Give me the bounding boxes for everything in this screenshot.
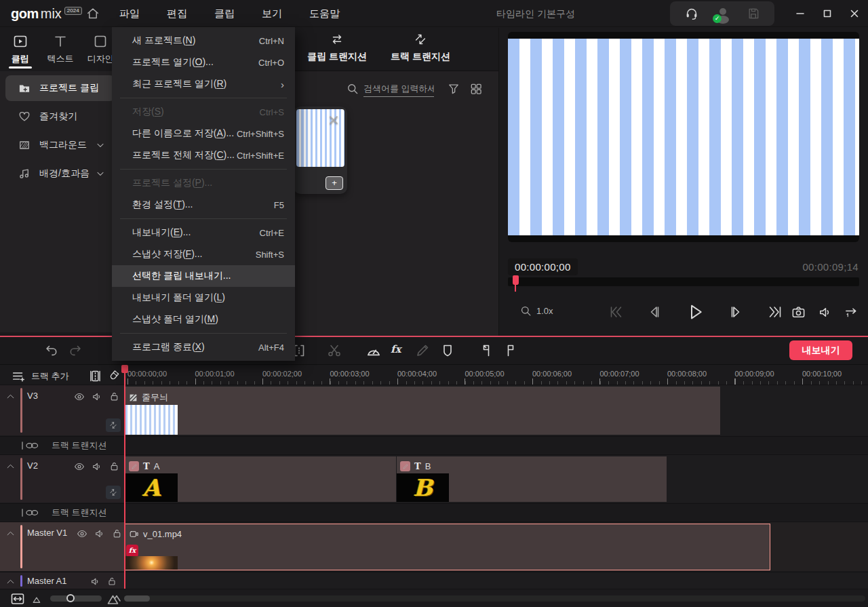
visibility-icon[interactable] xyxy=(73,461,85,473)
chevron-down-icon[interactable] xyxy=(95,140,106,151)
add-clip-button[interactable]: + xyxy=(326,176,343,190)
file-menu-item-12[interactable]: 스냅샷 폴더 열기(M) xyxy=(112,309,295,330)
menu-view[interactable]: 보기 xyxy=(258,5,286,23)
save-quick-button[interactable] xyxy=(747,7,760,20)
undo-icon[interactable] xyxy=(43,342,60,359)
grid-view-icon[interactable] xyxy=(469,82,483,96)
track-volume-icon[interactable] xyxy=(91,461,103,473)
skip-start-icon[interactable] xyxy=(608,304,624,320)
preview-video[interactable] xyxy=(508,32,859,242)
track-volume-icon[interactable] xyxy=(94,528,106,540)
file-menu-item-10[interactable]: 선택한 클립 내보내기... xyxy=(112,265,295,287)
file-menu-item-13[interactable]: 프로그램 종료(X)Alt+F4 xyxy=(112,336,295,358)
track-transition-row[interactable]: 트랙 트랜지션 xyxy=(0,436,868,454)
file-menu-item-1[interactable]: 프로젝트 열기(O)...Ctrl+O xyxy=(112,52,295,73)
pencil-icon[interactable] xyxy=(414,342,431,359)
tab-clip-transition[interactable]: 클립 트랜지션 xyxy=(307,32,367,63)
account-button[interactable]: ✓ xyxy=(715,5,731,22)
file-menu-item-5[interactable]: 프로젝트 전체 저장(C)...Ctrl+Shift+E xyxy=(112,144,295,166)
preview-zoom-icon[interactable] xyxy=(519,305,532,317)
visibility-icon[interactable] xyxy=(73,391,85,403)
clip-text-b[interactable]: T B B xyxy=(397,456,667,502)
seek-bar[interactable] xyxy=(508,277,859,286)
remove-clip-icon[interactable] xyxy=(328,115,339,125)
track-master-a1-body[interactable] xyxy=(125,572,868,589)
visibility-icon[interactable] xyxy=(76,528,88,540)
filter-icon[interactable] xyxy=(447,82,460,96)
file-menu-item-9[interactable]: 스냅샷 저장(F)...Shift+S xyxy=(112,243,295,265)
home-button[interactable] xyxy=(85,6,100,21)
volume-icon[interactable] xyxy=(817,305,833,320)
file-menu-item-4[interactable]: 다른 이름으로 저장(A)...Ctrl+Shift+S xyxy=(112,123,295,144)
seek-playhead[interactable] xyxy=(513,275,519,285)
collapse-icon[interactable] xyxy=(5,391,16,402)
timeline-zoom-knob[interactable] xyxy=(66,594,75,602)
clip-stripe[interactable]: 줄무늬 xyxy=(125,387,720,435)
timeline-hscroll-thumb[interactable] xyxy=(124,595,150,602)
add-track-icon[interactable] xyxy=(11,369,26,384)
magnet-snap-icon[interactable] xyxy=(106,369,121,383)
flag-right-icon[interactable] xyxy=(502,342,519,359)
track-transition-badge[interactable] xyxy=(106,486,121,499)
sidebar-item-project-clips[interactable]: 프로젝트 클립 xyxy=(5,75,115,101)
file-menu-item-0[interactable]: 새 프로젝트(N)Ctrl+N xyxy=(112,30,295,52)
menu-clip[interactable]: 클립 xyxy=(210,5,239,23)
track-master-v1-body[interactable]: v_01.mp4 fx xyxy=(125,522,868,571)
timeline-zoom-slider[interactable] xyxy=(50,595,102,602)
tab-track-transition[interactable]: 트랙 트랜지션 xyxy=(391,32,450,63)
file-menu-item-11[interactable]: 내보내기 폴더 열기(L) xyxy=(112,287,295,309)
add-track-label[interactable]: 트랙 추가 xyxy=(31,370,69,383)
speed-icon[interactable] xyxy=(365,342,382,360)
collapse-icon[interactable] xyxy=(5,576,16,587)
redo-icon[interactable] xyxy=(67,342,83,359)
cut-icon[interactable] xyxy=(326,342,342,359)
snapshot-icon[interactable] xyxy=(791,305,806,320)
menu-help[interactable]: 도움말 xyxy=(305,5,344,23)
support-button[interactable] xyxy=(684,6,699,21)
search-input[interactable] xyxy=(363,82,434,97)
sidebar-item-backgrounds[interactable]: 백그라운드 xyxy=(5,132,115,158)
fx-tool-icon[interactable]: fx xyxy=(391,343,401,355)
trim-tool-icon[interactable] xyxy=(88,369,102,383)
menu-edit[interactable]: 편집 xyxy=(163,5,191,23)
next-frame-icon[interactable] xyxy=(728,304,744,320)
close-button[interactable] xyxy=(841,0,868,27)
unlock-icon[interactable] xyxy=(108,391,120,402)
prev-frame-icon[interactable] xyxy=(646,304,663,320)
jump-frame-icon[interactable] xyxy=(844,305,859,320)
tab-text[interactable]: 텍스트 xyxy=(40,28,80,71)
unlock-icon[interactable] xyxy=(111,528,123,539)
time-ruler[interactable]: 00:00:00;0000:00:01;0000:00:02;0000:00:0… xyxy=(125,367,868,385)
file-menu-item-2[interactable]: 최근 프로젝트 열기(R)› xyxy=(112,73,295,95)
tab-clip[interactable]: 클립 xyxy=(0,28,40,71)
collapse-icon[interactable] xyxy=(5,461,16,471)
minimize-button[interactable] xyxy=(787,0,814,27)
skip-end-icon[interactable] xyxy=(766,304,784,320)
track-transition-row[interactable]: 트랙 트랜지션 xyxy=(0,503,868,521)
track-master-a1-header[interactable]: Master A1 xyxy=(0,572,125,589)
unlock-icon[interactable] xyxy=(108,461,120,472)
track-transition-badge[interactable] xyxy=(106,418,121,432)
export-button[interactable]: 내보내기 xyxy=(789,340,852,360)
current-timecode[interactable]: 00:00:00;00 xyxy=(508,258,578,275)
track-v3-header[interactable]: V3 xyxy=(0,385,125,435)
clip-video[interactable]: v_01.mp4 fx xyxy=(125,524,770,570)
fit-width-icon[interactable] xyxy=(9,591,26,607)
track-master-v1-header[interactable]: Master V1 xyxy=(0,522,125,571)
stripe-clip-card[interactable]: + xyxy=(294,106,347,194)
file-menu-item-8[interactable]: 내보내기(E)...Ctrl+E xyxy=(112,222,295,243)
track-v2-body[interactable]: T A A T B B xyxy=(125,455,868,503)
track-v3-body[interactable]: 줄무늬 xyxy=(125,385,868,435)
chevron-down-icon[interactable] xyxy=(95,168,106,179)
file-menu-item-7[interactable]: 환경 설정(T)...F5 xyxy=(112,194,295,216)
play-icon[interactable] xyxy=(685,302,705,322)
track-v2-header[interactable]: V2 xyxy=(0,455,125,503)
mask-shield-icon[interactable] xyxy=(439,342,456,359)
timeline-horizontal-scrollbar[interactable] xyxy=(124,595,865,602)
sidebar-item-favorites[interactable]: 즐겨찾기 xyxy=(5,104,115,130)
track-volume-icon[interactable] xyxy=(91,391,103,403)
track-volume-icon[interactable] xyxy=(90,576,101,587)
zoom-out-mountain-icon[interactable] xyxy=(31,593,44,606)
sidebar-item-audio[interactable]: 배경/효과음 xyxy=(5,161,115,187)
clip-text-a[interactable]: T A A xyxy=(125,456,396,502)
